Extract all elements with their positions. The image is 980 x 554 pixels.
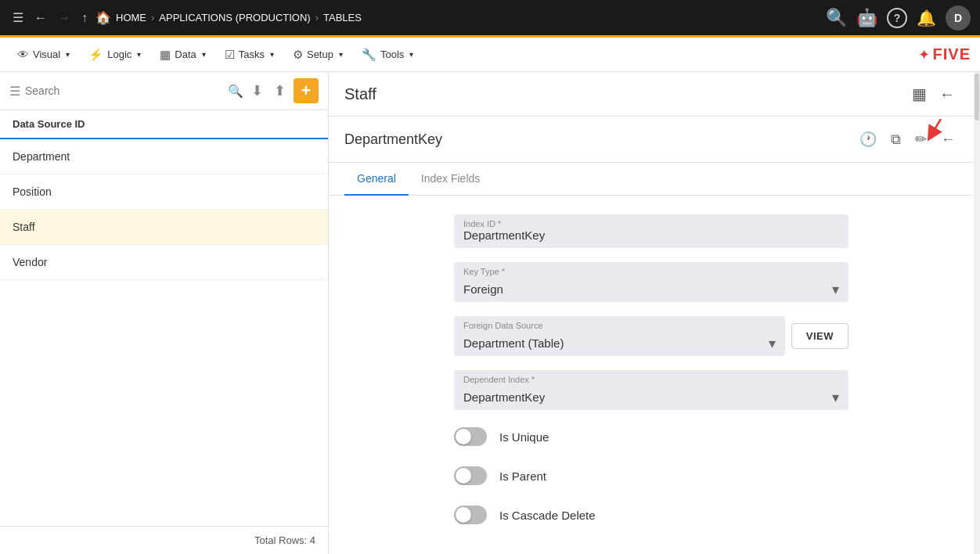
setup-label: Setup [307, 49, 333, 60]
content-area: Staff ▦ ← DepartmentKey 🕐 [329, 72, 974, 554]
help-icon[interactable]: ? [887, 8, 907, 28]
visual-arrow: ▾ [66, 50, 70, 59]
robot-icon[interactable]: 🤖 [856, 8, 877, 28]
sidebar-footer: Total Rows: 4 [0, 526, 328, 554]
sidebar-item-position[interactable]: Position [0, 174, 328, 210]
field-dependent-index-dropdown[interactable]: DepartmentKey ▾ [454, 384, 848, 410]
forward-icon: → [58, 11, 70, 25]
field-dependent-index-value: DepartmentKey [463, 384, 832, 410]
data-label: Data [175, 49, 196, 60]
field-index-id-input[interactable] [454, 228, 848, 248]
tools-arrow: ▾ [409, 50, 413, 59]
content-header: Staff ▦ ← [329, 72, 974, 117]
copy-button[interactable]: ⧉ [888, 128, 904, 151]
nav-tasks[interactable]: ☑ Tasks ▾ [217, 43, 282, 67]
filter-icon: ☰ [9, 84, 20, 99]
tools-icon: 🔧 [362, 48, 377, 62]
dependent-index-chevron-down-icon: ▾ [832, 389, 839, 406]
scrollbar-thumb [975, 74, 979, 121]
svg-line-0 [931, 119, 941, 135]
nav-logic[interactable]: ⚡ Logic ▾ [81, 43, 149, 67]
home-icon: 🏠 [95, 10, 111, 25]
field-dependent-index-label: Dependent Index * [454, 370, 848, 384]
search-circle-icon[interactable]: 🔍 [826, 8, 847, 28]
nav-data[interactable]: ▦ Data ▾ [152, 43, 213, 67]
sidebar-toolbar: ☰ 🔍 ⬇ ⬆ + [0, 72, 328, 110]
breadcrumb-sep1: › [151, 12, 154, 23]
visual-label: Visual [33, 49, 60, 60]
tasks-label: Tasks [239, 49, 265, 60]
content-back-icon: ← [939, 85, 955, 103]
sidebar-item-vendor[interactable]: Vendor [0, 245, 328, 280]
content-back-button[interactable]: ← [936, 82, 958, 106]
grid-icon: ▦ [912, 85, 927, 103]
clock-icon: 🕐 [859, 131, 877, 148]
is-unique-toggle[interactable] [454, 427, 487, 446]
up-button[interactable]: ↑ [78, 8, 91, 28]
download-button[interactable]: ⬇ [248, 79, 266, 103]
bell-icon[interactable]: 🔔 [917, 9, 936, 27]
tasks-icon: ☑ [225, 48, 235, 62]
field-index-id: Index ID * [454, 214, 848, 248]
five-logo: ✦ FIVE [918, 45, 971, 63]
menu-button[interactable]: ☰ [9, 7, 27, 28]
setup-icon: ⚙ [293, 48, 303, 62]
five-logo-text: FIVE [933, 45, 971, 63]
content-header-actions: ▦ ← [909, 81, 958, 106]
detail-panel: DepartmentKey 🕐 ⧉ ✏ [329, 117, 974, 554]
avatar[interactable]: D [946, 5, 971, 31]
breadcrumb: 🏠 HOME › APPLICATIONS (PRODUCTION) › TAB… [95, 10, 362, 25]
view-button[interactable]: VIEW [791, 323, 848, 349]
top-nav-left: ☰ ← → ↑ 🏠 HOME › APPLICATIONS (PRODUCTIO… [9, 7, 820, 28]
home-label[interactable]: HOME [116, 12, 146, 23]
sidebar-item-label: Staff [13, 221, 35, 233]
detail-title: DepartmentKey [344, 131, 856, 148]
setup-arrow: ▾ [339, 50, 343, 59]
field-key-type-label: Key Type * [454, 262, 848, 276]
field-foreign-data-source-row: Foreign Data Source Department (Table) ▾… [454, 316, 848, 356]
field-foreign-data-source: Foreign Data Source Department (Table) ▾… [454, 316, 848, 356]
clock-button[interactable]: 🕐 [856, 128, 880, 151]
is-cascade-delete-toggle[interactable] [454, 505, 487, 524]
field-key-type-dropdown[interactable]: Foreign ▾ [454, 276, 848, 302]
nav-visual[interactable]: 👁 Visual ▾ [9, 43, 77, 66]
sidebar-header: Data Source ID [0, 110, 328, 139]
toggle-is-cascade-delete: Is Cascade Delete [454, 502, 848, 527]
is-unique-label: Is Unique [499, 430, 549, 444]
sidebar-item-staff[interactable]: Staff [0, 210, 328, 245]
tools-label: Tools [380, 49, 404, 60]
logic-arrow: ▾ [137, 50, 141, 59]
tab-index-fields[interactable]: Index Fields [409, 163, 492, 196]
nav-tools[interactable]: 🔧 Tools ▾ [354, 43, 421, 67]
tab-general[interactable]: General [344, 163, 409, 196]
field-foreign-data-source-dropdown[interactable]: Department (Table) ▾ [454, 330, 785, 356]
five-logo-star: ✦ [918, 46, 930, 63]
search-icon[interactable]: 🔍 [228, 84, 243, 99]
tables-label[interactable]: TABLES [323, 12, 362, 23]
field-foreign-data-source-label: Foreign Data Source [454, 316, 785, 330]
search-input[interactable] [25, 85, 223, 97]
nav-setup[interactable]: ⚙ Setup ▾ [285, 43, 351, 67]
forward-button[interactable]: → [55, 8, 74, 28]
add-button[interactable]: + [294, 78, 319, 103]
field-index-id-container: Index ID * [454, 214, 848, 248]
top-nav: ☰ ← → ↑ 🏠 HOME › APPLICATIONS (PRODUCTIO… [0, 0, 980, 38]
field-key-type-container: Key Type * Foreign ▾ [454, 262, 848, 302]
form-body: Index ID * Key Type * Foreign ▾ [329, 196, 974, 546]
visual-icon: 👁 [17, 48, 29, 61]
content-title: Staff [344, 85, 909, 103]
grid-view-button[interactable]: ▦ [909, 81, 930, 106]
sidebar: ☰ 🔍 ⬇ ⬆ + Data Source ID Department Posi… [0, 72, 329, 554]
logic-icon: ⚡ [88, 48, 103, 62]
upload-button[interactable]: ⬆ [271, 79, 289, 103]
sidebar-item-department[interactable]: Department [0, 139, 328, 174]
scrollbar[interactable] [974, 72, 980, 554]
is-parent-label: Is Parent [499, 469, 546, 483]
main-layout: ☰ 🔍 ⬇ ⬆ + Data Source ID Department Posi… [0, 72, 980, 554]
back-button[interactable]: ← [31, 8, 50, 28]
is-parent-toggle[interactable] [454, 466, 487, 485]
detail-header: DepartmentKey 🕐 ⧉ ✏ [329, 117, 974, 163]
applications-label[interactable]: APPLICATIONS (PRODUCTION) [159, 12, 310, 23]
sidebar-item-label: Position [13, 185, 52, 198]
up-icon: ↑ [81, 11, 88, 25]
